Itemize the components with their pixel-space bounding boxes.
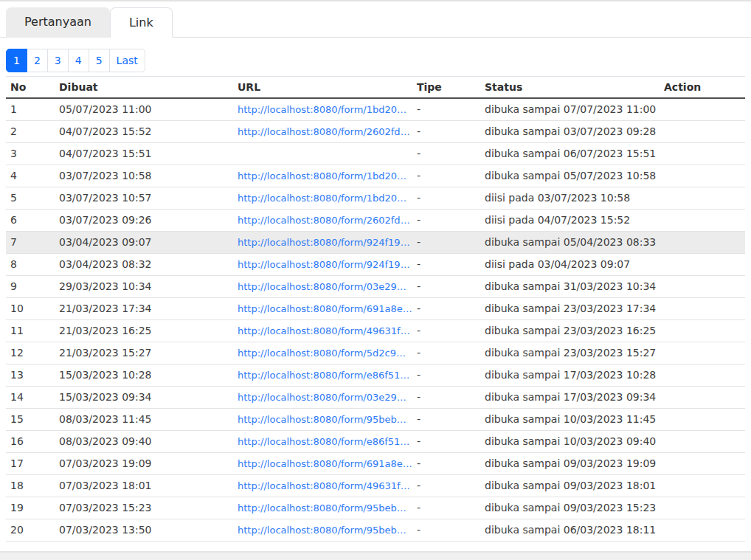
table-header-row: No Dibuat URL Tipe Status Action (6, 77, 745, 99)
url-link[interactable]: http://localhost:8080/form/691a8e… (238, 303, 412, 314)
url-link[interactable]: http://localhost:8080/form/95beb… (238, 414, 406, 425)
url-link[interactable]: http://localhost:8080/form/03e29… (238, 392, 406, 403)
page-button-1[interactable]: 1 (6, 49, 27, 72)
url-link[interactable]: http://localhost:8080/form/5d2c9… (238, 348, 406, 359)
cell-action (660, 187, 745, 209)
cell-action (660, 474, 745, 497)
cell-action (660, 364, 745, 386)
cell-action (660, 98, 745, 120)
pagination: 1 2 3 4 5 Last (6, 49, 145, 72)
cell-dibuat: 03/04/2023 08:32 (55, 253, 233, 275)
cell-url: http://localhost:8080/form/49631f… (233, 319, 412, 342)
table-row: 13 15/03/2023 10:28 http://localhost:808… (6, 364, 745, 386)
cell-tipe: - (412, 187, 480, 209)
cell-action (660, 120, 745, 142)
table-row: 20 07/03/2023 13:50 http://localhost:808… (6, 519, 745, 541)
cell-dibuat: 04/07/2023 15:52 (55, 120, 233, 142)
cell-url: http://localhost:8080/form/e86f51… (233, 364, 412, 386)
column-header-url: URL (233, 77, 412, 99)
table-row: 14 15/03/2023 09:34 http://localhost:808… (6, 386, 745, 408)
cell-action (660, 297, 745, 319)
cell-url: http://localhost:8080/form/1bd20… (233, 165, 412, 187)
url-link[interactable]: http://localhost:8080/form/691a8e… (238, 458, 412, 469)
page-button-2[interactable]: 2 (27, 49, 48, 72)
table-row: 8 03/04/2023 08:32 http://localhost:8080… (6, 253, 745, 275)
cell-tipe: - (412, 364, 480, 386)
cell-tipe: - (412, 319, 480, 342)
cell-tipe: - (412, 430, 480, 452)
cell-tipe: - (412, 452, 480, 474)
cell-tipe: - (412, 98, 480, 120)
cell-action (660, 430, 745, 452)
cell-dibuat: 29/03/2023 10:34 (55, 275, 233, 297)
table-row: 17 07/03/2023 19:09 http://localhost:808… (6, 452, 745, 474)
cell-dibuat: 15/03/2023 09:34 (55, 386, 233, 408)
tab-link[interactable]: Link (110, 7, 173, 38)
cell-status: dibuka sampai 17/03/2023 10:28 (480, 364, 660, 386)
url-link[interactable]: http://localhost:8080/form/e86f51… (238, 436, 409, 447)
url-link[interactable]: http://localhost:8080/form/95beb… (238, 525, 406, 536)
cell-tipe: - (412, 231, 480, 253)
cell-tipe: - (412, 297, 480, 319)
cell-action (660, 408, 745, 430)
cell-status: dibuka sampai 23/03/2023 16:25 (480, 319, 660, 342)
cell-tipe: - (412, 142, 480, 165)
cell-no: 9 (6, 275, 55, 297)
cell-action (660, 253, 745, 275)
cell-dibuat: 07/03/2023 15:23 (55, 497, 233, 519)
table-row: 1 05/07/2023 11:00 http://localhost:8080… (6, 98, 745, 120)
cell-tipe: - (412, 275, 480, 297)
table-row: 4 03/07/2023 10:58 http://localhost:8080… (6, 165, 745, 187)
cell-status: dibuka sampai 10/03/2023 09:40 (480, 430, 660, 452)
cell-status: diisi pada 04/07/2023 15:52 (480, 209, 660, 231)
cell-url: http://localhost:8080/form/691a8e… (233, 452, 412, 474)
column-header-no: No (6, 77, 55, 99)
cell-status: diisi pada 03/07/2023 10:58 (480, 187, 660, 209)
cell-dibuat: 05/07/2023 11:00 (55, 98, 233, 120)
cell-no: 14 (6, 386, 55, 408)
tab-pertanyaan[interactable]: Pertanyaan (6, 7, 110, 38)
url-link[interactable]: http://localhost:8080/form/1bd20… (238, 193, 406, 204)
cell-url: http://localhost:8080/form/03e29… (233, 275, 412, 297)
cell-action (660, 231, 745, 253)
url-link[interactable]: http://localhost:8080/form/924f19… (238, 237, 410, 248)
cell-status: dibuka sampai 06/07/2023 15:51 (480, 142, 660, 165)
url-link[interactable]: http://localhost:8080/form/924f19… (238, 259, 410, 270)
cell-status: dibuka sampai 23/03/2023 17:34 (480, 297, 660, 319)
url-link[interactable]: http://localhost:8080/form/2602fd… (238, 215, 410, 226)
table-body: 1 05/07/2023 11:00 http://localhost:8080… (6, 98, 745, 541)
url-link[interactable]: http://localhost:8080/form/1bd20… (238, 170, 406, 182)
cell-status: dibuka sampai 05/07/2023 10:58 (480, 165, 660, 187)
cell-tipe: - (412, 253, 480, 275)
page-button-last[interactable]: Last (109, 49, 145, 72)
cell-tipe: - (412, 209, 480, 231)
page-button-5[interactable]: 5 (89, 49, 110, 72)
cell-dibuat: 04/07/2023 15:51 (55, 142, 233, 165)
page-button-3[interactable]: 3 (47, 49, 69, 72)
cell-no: 13 (6, 364, 55, 386)
url-link[interactable]: http://localhost:8080/form/1bd20… (238, 104, 406, 115)
url-link[interactable]: http://localhost:8080/form/e86f51… (238, 370, 409, 381)
cell-url: http://localhost:8080/form/95beb… (233, 497, 412, 519)
table-row: 15 08/03/2023 11:45 http://localhost:808… (6, 408, 745, 430)
cell-url: http://localhost:8080/form/e86f51… (233, 430, 412, 452)
cell-dibuat: 08/03/2023 09:40 (55, 430, 233, 452)
tab-bar: Pertanyaan Link (0, 7, 751, 38)
column-header-tipe: Tipe (412, 77, 480, 99)
cell-dibuat: 21/03/2023 16:25 (55, 319, 233, 342)
page-button-4[interactable]: 4 (68, 49, 89, 72)
url-link[interactable]: http://localhost:8080/form/2602fd… (238, 126, 410, 137)
column-header-action: Action (660, 77, 745, 99)
cell-tipe: - (412, 386, 480, 408)
cell-no: 4 (6, 165, 55, 187)
cell-url: http://localhost:8080/form/691a8e… (233, 297, 412, 319)
cell-action (660, 319, 745, 342)
url-link[interactable]: http://localhost:8080/form/95beb… (238, 502, 406, 514)
url-link[interactable]: http://localhost:8080/form/49631f… (238, 325, 410, 336)
url-link[interactable]: http://localhost:8080/form/03e29… (238, 281, 406, 292)
cell-url: http://localhost:8080/form/924f19… (233, 231, 412, 253)
cell-no: 7 (6, 231, 55, 253)
cell-status: dibuka sampai 09/03/2023 19:09 (480, 452, 660, 474)
url-link[interactable]: http://localhost:8080/form/49631f… (238, 480, 410, 491)
cell-url: http://localhost:8080/form/1bd20… (233, 187, 412, 209)
